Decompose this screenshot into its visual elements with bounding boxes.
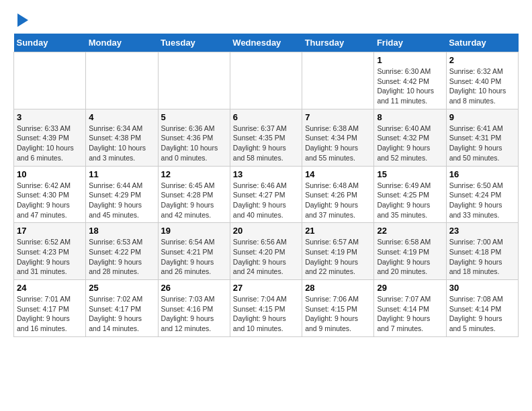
day-number: 1	[377, 55, 443, 65]
header-day-wednesday: Wednesday	[230, 34, 302, 52]
day-number: 13	[233, 169, 299, 179]
calendar-week-5: 24Sunrise: 7:01 AM Sunset: 4:17 PM Dayli…	[14, 280, 519, 337]
day-number: 22	[377, 226, 443, 236]
calendar-cell: 14Sunrise: 6:48 AM Sunset: 4:26 PM Dayli…	[302, 166, 374, 223]
header-day-sunday: Sunday	[14, 34, 86, 52]
calendar-week-2: 3Sunrise: 6:33 AM Sunset: 4:39 PM Daylig…	[14, 109, 519, 166]
header-row: SundayMondayTuesdayWednesdayThursdayFrid…	[14, 34, 519, 52]
day-number: 11	[89, 169, 154, 179]
day-number: 26	[161, 283, 227, 293]
calendar-cell	[302, 52, 374, 109]
day-info: Sunrise: 7:03 AM Sunset: 4:16 PM Dayligh…	[161, 294, 227, 334]
calendar-cell: 27Sunrise: 7:04 AM Sunset: 4:15 PM Dayli…	[230, 280, 302, 337]
logo-arrow-icon	[17, 13, 28, 27]
day-info: Sunrise: 6:52 AM Sunset: 4:23 PM Dayligh…	[17, 237, 83, 277]
calendar-cell: 5Sunrise: 6:36 AM Sunset: 4:36 PM Daylig…	[158, 109, 230, 166]
calendar-cell: 15Sunrise: 6:49 AM Sunset: 4:25 PM Dayli…	[374, 166, 446, 223]
day-number: 10	[17, 169, 83, 179]
day-number: 16	[449, 169, 515, 179]
day-info: Sunrise: 6:50 AM Sunset: 4:24 PM Dayligh…	[449, 181, 515, 220]
day-info: Sunrise: 6:34 AM Sunset: 4:38 PM Dayligh…	[89, 124, 154, 163]
day-info: Sunrise: 6:45 AM Sunset: 4:28 PM Dayligh…	[161, 181, 227, 220]
day-info: Sunrise: 6:58 AM Sunset: 4:19 PM Dayligh…	[377, 237, 443, 277]
day-info: Sunrise: 6:33 AM Sunset: 4:39 PM Dayligh…	[17, 124, 83, 163]
header-day-saturday: Saturday	[446, 34, 518, 52]
calendar-cell: 23Sunrise: 7:00 AM Sunset: 4:18 PM Dayli…	[446, 223, 518, 280]
day-info: Sunrise: 6:32 AM Sunset: 4:40 PM Dayligh…	[449, 66, 515, 106]
logo	[13, 13, 28, 27]
calendar-cell: 7Sunrise: 6:38 AM Sunset: 4:34 PM Daylig…	[302, 109, 374, 166]
day-info: Sunrise: 6:40 AM Sunset: 4:32 PM Dayligh…	[377, 124, 443, 163]
calendar-cell	[230, 52, 302, 109]
calendar-cell: 6Sunrise: 6:37 AM Sunset: 4:35 PM Daylig…	[230, 109, 302, 166]
calendar-cell: 25Sunrise: 7:02 AM Sunset: 4:17 PM Dayli…	[86, 280, 158, 337]
day-number: 14	[305, 169, 371, 179]
day-number: 12	[161, 169, 227, 179]
calendar-cell	[86, 52, 158, 109]
day-info: Sunrise: 6:36 AM Sunset: 4:36 PM Dayligh…	[161, 124, 227, 163]
calendar-cell: 20Sunrise: 6:56 AM Sunset: 4:20 PM Dayli…	[230, 223, 302, 280]
header	[13, 13, 519, 27]
header-day-thursday: Thursday	[302, 34, 374, 52]
day-info: Sunrise: 6:49 AM Sunset: 4:25 PM Dayligh…	[377, 181, 443, 220]
calendar-cell: 13Sunrise: 6:46 AM Sunset: 4:27 PM Dayli…	[230, 166, 302, 223]
calendar-week-1: 1Sunrise: 6:30 AM Sunset: 4:42 PM Daylig…	[14, 52, 519, 109]
day-number: 5	[161, 112, 227, 122]
calendar-cell: 29Sunrise: 7:07 AM Sunset: 4:14 PM Dayli…	[374, 280, 446, 337]
day-number: 9	[449, 112, 515, 122]
day-info: Sunrise: 6:30 AM Sunset: 4:42 PM Dayligh…	[377, 66, 443, 106]
header-day-monday: Monday	[86, 34, 158, 52]
calendar-cell: 4Sunrise: 6:34 AM Sunset: 4:38 PM Daylig…	[86, 109, 158, 166]
day-info: Sunrise: 6:54 AM Sunset: 4:21 PM Dayligh…	[161, 237, 227, 277]
day-info: Sunrise: 7:06 AM Sunset: 4:15 PM Dayligh…	[305, 294, 371, 334]
calendar-cell	[158, 52, 230, 109]
calendar-cell: 28Sunrise: 7:06 AM Sunset: 4:15 PM Dayli…	[302, 280, 374, 337]
day-number: 28	[305, 283, 371, 293]
day-number: 21	[305, 226, 371, 236]
day-info: Sunrise: 7:01 AM Sunset: 4:17 PM Dayligh…	[17, 294, 83, 334]
day-number: 17	[17, 226, 83, 236]
day-number: 7	[305, 112, 371, 122]
day-info: Sunrise: 6:56 AM Sunset: 4:20 PM Dayligh…	[233, 237, 299, 277]
calendar-cell: 10Sunrise: 6:42 AM Sunset: 4:30 PM Dayli…	[14, 166, 86, 223]
calendar-cell: 21Sunrise: 6:57 AM Sunset: 4:19 PM Dayli…	[302, 223, 374, 280]
day-number: 2	[449, 55, 515, 65]
header-day-tuesday: Tuesday	[158, 34, 230, 52]
calendar-cell: 11Sunrise: 6:44 AM Sunset: 4:29 PM Dayli…	[86, 166, 158, 223]
calendar-cell: 1Sunrise: 6:30 AM Sunset: 4:42 PM Daylig…	[374, 52, 446, 109]
day-number: 19	[161, 226, 227, 236]
day-info: Sunrise: 7:04 AM Sunset: 4:15 PM Dayligh…	[233, 294, 299, 334]
calendar-cell: 30Sunrise: 7:08 AM Sunset: 4:14 PM Dayli…	[446, 280, 518, 337]
day-info: Sunrise: 6:46 AM Sunset: 4:27 PM Dayligh…	[233, 181, 299, 220]
calendar-body: 1Sunrise: 6:30 AM Sunset: 4:42 PM Daylig…	[14, 52, 519, 337]
calendar-cell: 26Sunrise: 7:03 AM Sunset: 4:16 PM Dayli…	[158, 280, 230, 337]
day-number: 18	[89, 226, 154, 236]
day-info: Sunrise: 7:08 AM Sunset: 4:14 PM Dayligh…	[449, 294, 515, 334]
day-info: Sunrise: 6:44 AM Sunset: 4:29 PM Dayligh…	[89, 181, 154, 220]
day-info: Sunrise: 6:42 AM Sunset: 4:30 PM Dayligh…	[17, 181, 83, 220]
calendar-cell: 22Sunrise: 6:58 AM Sunset: 4:19 PM Dayli…	[374, 223, 446, 280]
day-info: Sunrise: 7:00 AM Sunset: 4:18 PM Dayligh…	[449, 237, 515, 277]
day-number: 20	[233, 226, 299, 236]
calendar-week-3: 10Sunrise: 6:42 AM Sunset: 4:30 PM Dayli…	[14, 166, 519, 223]
day-number: 8	[377, 112, 443, 122]
calendar-cell: 16Sunrise: 6:50 AM Sunset: 4:24 PM Dayli…	[446, 166, 518, 223]
calendar-cell: 2Sunrise: 6:32 AM Sunset: 4:40 PM Daylig…	[446, 52, 518, 109]
day-info: Sunrise: 7:02 AM Sunset: 4:17 PM Dayligh…	[89, 294, 154, 334]
calendar-week-4: 17Sunrise: 6:52 AM Sunset: 4:23 PM Dayli…	[14, 223, 519, 280]
calendar-cell: 24Sunrise: 7:01 AM Sunset: 4:17 PM Dayli…	[14, 280, 86, 337]
day-info: Sunrise: 6:38 AM Sunset: 4:34 PM Dayligh…	[305, 124, 371, 163]
day-number: 29	[377, 283, 443, 293]
calendar-table: SundayMondayTuesdayWednesdayThursdayFrid…	[13, 34, 519, 337]
calendar-cell: 17Sunrise: 6:52 AM Sunset: 4:23 PM Dayli…	[14, 223, 86, 280]
day-number: 3	[17, 112, 83, 122]
day-info: Sunrise: 6:41 AM Sunset: 4:31 PM Dayligh…	[449, 124, 515, 163]
day-info: Sunrise: 7:07 AM Sunset: 4:14 PM Dayligh…	[377, 294, 443, 334]
calendar-cell: 8Sunrise: 6:40 AM Sunset: 4:32 PM Daylig…	[374, 109, 446, 166]
header-day-friday: Friday	[374, 34, 446, 52]
calendar-cell	[14, 52, 86, 109]
day-info: Sunrise: 6:48 AM Sunset: 4:26 PM Dayligh…	[305, 181, 371, 220]
calendar-cell: 18Sunrise: 6:53 AM Sunset: 4:22 PM Dayli…	[86, 223, 158, 280]
day-number: 25	[89, 283, 154, 293]
calendar-header: SundayMondayTuesdayWednesdayThursdayFrid…	[14, 34, 519, 52]
